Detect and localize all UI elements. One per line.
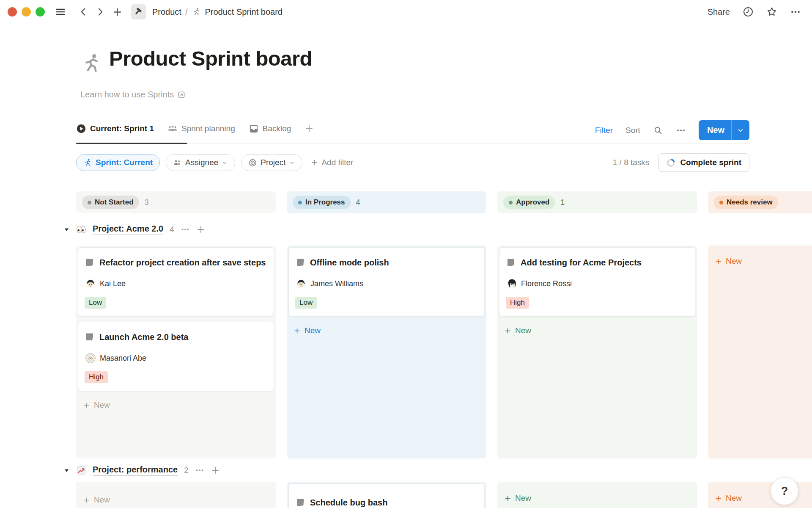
new-card-button[interactable]: New — [78, 491, 274, 508]
tab-label: Sprint planning — [181, 124, 235, 133]
tab-sprint-planning[interactable]: Sprint planning — [167, 124, 235, 134]
sort-button[interactable]: Sort — [625, 126, 640, 135]
new-card-label: New — [94, 495, 110, 505]
group-header-acme: Project: Acme 2.0 4 — [63, 221, 206, 238]
collapse-triangle-icon[interactable] — [63, 226, 70, 233]
breadcrumb-separator: / — [185, 7, 188, 17]
breadcrumb-workspace[interactable]: Product — [152, 7, 181, 17]
help-button[interactable]: ? — [771, 477, 798, 505]
eyes-emoji — [76, 224, 86, 235]
new-page-icon[interactable] — [112, 6, 123, 17]
runner-icon — [83, 158, 92, 167]
status-pill-not-started: Not Started — [82, 196, 139, 209]
task-card[interactable]: Launch Acme 2.0 beta Masanori Abe High — [78, 322, 274, 391]
status-dot — [88, 201, 91, 204]
new-task-label: New — [699, 125, 731, 135]
target-icon — [248, 158, 257, 167]
column-header-approved[interactable]: Approved 1 — [497, 191, 697, 213]
card-assignee: Kai Lee — [100, 279, 126, 288]
learn-sprints-label: Learn how to use Sprints — [80, 90, 174, 99]
minimize-window-button[interactable] — [22, 7, 31, 17]
task-card[interactable]: Add testing for Acme Projects Florence R… — [499, 247, 695, 317]
plus-icon — [294, 327, 301, 334]
page-runner-icon[interactable] — [80, 52, 103, 75]
clock-icon[interactable] — [743, 6, 754, 17]
board-cell-performance-in-progress: Schedule bug bash — [287, 482, 486, 508]
status-pill-approved: Approved — [503, 196, 555, 209]
add-filter-label: Add filter — [321, 158, 353, 167]
column-header-needs-review[interactable]: Needs review — [708, 191, 812, 213]
board-cell-performance-not-started: New — [76, 482, 276, 508]
card-title: Add testing for Acme Projects — [521, 256, 642, 270]
chevron-down-icon[interactable] — [732, 127, 749, 134]
plus-icon — [715, 258, 722, 265]
people-icon — [173, 158, 182, 167]
new-card-button[interactable]: New — [499, 322, 695, 340]
runner-icon — [192, 7, 201, 17]
chevron-down-icon — [222, 160, 228, 166]
chip-label: Sprint: Current — [96, 158, 153, 167]
plus-icon — [304, 124, 314, 133]
filter-bar: Sprint: Current Assignee Project Add fil… — [76, 153, 749, 172]
group-add-icon[interactable] — [196, 225, 206, 234]
task-card[interactable]: Offline mode polish James Williams Low — [288, 247, 485, 317]
task-card[interactable]: Refactor project creation after save ste… — [78, 247, 274, 317]
workspace-hammer-icon[interactable] — [131, 4, 146, 19]
filter-chip-assignee[interactable]: Assignee — [166, 154, 235, 171]
add-view-button[interactable] — [304, 124, 314, 133]
search-icon[interactable] — [653, 125, 663, 135]
card-title: Schedule bug bash — [310, 496, 387, 508]
priority-badge: Low — [85, 297, 106, 309]
tab-backlog[interactable]: Backlog — [249, 124, 291, 134]
page-title: Product Sprint board — [109, 47, 312, 70]
filter-chip-project[interactable]: Project — [241, 154, 302, 171]
new-card-button[interactable]: New — [288, 322, 485, 340]
sidebar-toggle-icon[interactable] — [55, 6, 66, 17]
new-card-button[interactable]: New — [78, 396, 274, 414]
column-header-not-started[interactable]: Not Started 3 — [76, 191, 276, 213]
status-dot — [298, 201, 302, 204]
board-cell-acme-not-started: Refactor project creation after save ste… — [76, 246, 276, 458]
new-task-button[interactable]: New — [699, 120, 749, 140]
filter-button[interactable]: Filter — [595, 126, 613, 135]
new-card-label: New — [515, 494, 531, 503]
group-title[interactable]: Project: performance — [93, 465, 178, 476]
tab-current-sprint[interactable]: Current: Sprint 1 — [76, 124, 154, 134]
learn-sprints-link[interactable]: Learn how to use Sprints — [80, 90, 186, 99]
complete-sprint-button[interactable]: Complete sprint — [658, 153, 749, 172]
tab-label: Backlog — [263, 124, 291, 133]
filter-chip-sprint[interactable]: Sprint: Current — [76, 154, 160, 171]
add-filter-button[interactable]: Add filter — [311, 158, 353, 167]
column-header-in-progress[interactable]: In Progress 4 — [287, 191, 486, 213]
breadcrumb-page[interactable]: Product Sprint board — [205, 7, 283, 17]
back-icon[interactable] — [78, 6, 89, 17]
column-count: 1 — [560, 198, 565, 207]
new-card-label: New — [304, 326, 321, 335]
close-window-button[interactable] — [8, 7, 17, 17]
group-options-icon[interactable] — [195, 466, 204, 475]
collapse-triangle-icon[interactable] — [63, 467, 70, 474]
task-card[interactable]: Schedule bug bash — [288, 483, 485, 508]
forward-icon[interactable] — [95, 6, 106, 17]
plus-icon — [83, 402, 90, 409]
card-assignee: Florence Rossi — [521, 279, 572, 288]
group-title[interactable]: Project: Acme 2.0 — [93, 224, 163, 235]
zoom-window-button[interactable] — [36, 7, 45, 17]
page-icon — [506, 257, 516, 268]
group-header-performance: Project: performance 2 — [63, 462, 220, 479]
group-count: 4 — [170, 225, 174, 234]
status-dot — [509, 201, 513, 204]
plus-icon — [504, 495, 511, 502]
more-options-icon[interactable] — [790, 6, 801, 17]
view-options-icon[interactable] — [676, 125, 686, 135]
priority-badge: High — [506, 297, 529, 309]
new-card-button[interactable]: New — [710, 252, 812, 270]
share-button[interactable]: Share — [708, 7, 730, 17]
group-add-icon[interactable] — [211, 466, 220, 475]
new-card-button[interactable]: New — [499, 489, 695, 507]
avatar — [85, 353, 96, 363]
plus-icon — [504, 327, 511, 334]
star-icon[interactable] — [766, 6, 777, 17]
group-options-icon[interactable] — [181, 225, 190, 234]
question-mark-icon: ? — [781, 485, 788, 498]
